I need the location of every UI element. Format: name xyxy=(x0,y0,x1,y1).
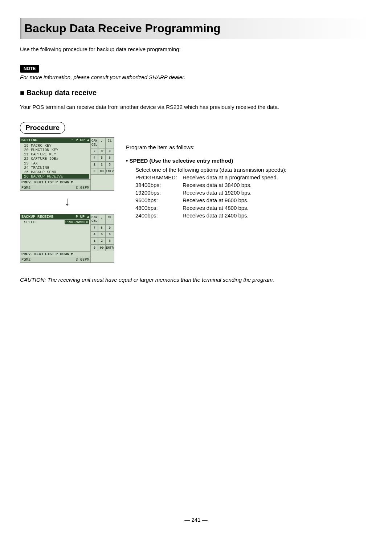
procedure-label: Procedure xyxy=(20,122,65,134)
pos1-status-right: 3:03PM xyxy=(75,186,89,190)
keypad-key: . xyxy=(98,214,105,225)
footer-button: LIST xyxy=(45,180,54,184)
keypad-key: . xyxy=(98,138,105,148)
option-label: PROGRAMMED: xyxy=(135,174,183,181)
keypad-key: 0 xyxy=(91,245,98,251)
footer-button: ▼ xyxy=(71,180,73,184)
pos2-status-right: 3:03PM xyxy=(75,257,89,262)
select-line: Select one of the following options (dat… xyxy=(135,166,372,174)
keypad-key: 3 xyxy=(105,162,114,168)
list-item: 25 BACKUP SEND xyxy=(22,170,89,174)
keypad-key: 3 xyxy=(105,238,114,244)
speed-heading: • SPEED (Use the selective entry method) xyxy=(126,157,372,164)
option-desc: Receives data at 19200 bps. xyxy=(183,189,252,196)
list-item: 19 MACRO KEY xyxy=(22,143,89,148)
keypad-key: 1 xyxy=(91,238,98,244)
pos1-footer: PREV.NEXTLISTP DOWN▼ xyxy=(20,179,90,185)
pos2-list: SPEED PROGRAMMED xyxy=(20,220,90,251)
option-desc: Receives data at 9600 bps. xyxy=(183,196,249,204)
keypad-key: 1 xyxy=(91,162,98,168)
option-desc: Receives data at 4800 bps. xyxy=(183,204,249,212)
option-label: 2400bps: xyxy=(135,212,183,219)
page-number: — 241 — xyxy=(20,516,372,524)
footer-button: NEXT xyxy=(34,180,44,184)
section-heading: Backup data receive xyxy=(20,87,372,98)
keypad-key: 00 xyxy=(98,168,105,175)
pos1-header-right: ↑ P UP ▲ xyxy=(71,138,89,142)
instructions-column: Program the item as follows: • SPEED (Us… xyxy=(126,137,372,219)
list-item: 24 TRAINING xyxy=(22,166,89,170)
note-text: For more information, please consult you… xyxy=(20,73,372,81)
option-desc: Receives data at 38400 bps. xyxy=(183,181,252,189)
keypad-key: 7 xyxy=(91,225,98,231)
pos2-header-right: P UP ▲ xyxy=(75,215,89,219)
speed-option: 4800bps:Receives data at 4800 bps. xyxy=(135,204,372,212)
footer-button: PREV. xyxy=(21,252,33,256)
intro-text: Use the following procedure for backup d… xyxy=(20,45,372,53)
program-item-text: Program the item as follows: xyxy=(126,143,372,151)
keypad-key: 9 xyxy=(105,148,114,155)
speed-options-list: PROGRAMMED:Receives data at a programmed… xyxy=(135,174,372,219)
pos-screen-setting: SETTING ↑ P UP ▲ 19 MACRO KEY 20 FUNCTIO… xyxy=(20,137,114,191)
keypad-key: ENTR xyxy=(105,245,114,251)
keypad-key: 5 xyxy=(98,231,105,238)
pos-screen-backup-receive: BACKUP RECEIVE P UP ▲ SPEED PROGRAMMED P… xyxy=(20,214,114,263)
keypad-key: 2 xyxy=(98,238,105,244)
pos2-line-left: SPEED xyxy=(22,220,36,224)
keypad-key: 4 xyxy=(91,155,98,161)
keypad-key: CAN CEL xyxy=(91,214,98,225)
option-desc: Receives data at a programmed speed. xyxy=(183,174,278,181)
pos2-status-left: PGM2 xyxy=(21,257,30,262)
speed-option: 9600bps:Receives data at 9600 bps. xyxy=(135,196,372,204)
list-item: 21 CAPTURE KEY xyxy=(22,152,89,156)
keypad-key: 8 xyxy=(98,148,105,155)
keypad-key: 8 xyxy=(98,225,105,231)
option-label: 19200bps: xyxy=(135,189,183,196)
pos1-status-left: PGM2 xyxy=(21,186,30,190)
speed-option: 19200bps:Receives data at 19200 bps. xyxy=(135,189,372,196)
speed-option: PROGRAMMED:Receives data at a programmed… xyxy=(135,174,372,181)
screenshots-column: SETTING ↑ P UP ▲ 19 MACRO KEY 20 FUNCTIO… xyxy=(20,137,114,265)
option-label: 4800bps: xyxy=(135,204,183,212)
footer-button: ▼ xyxy=(71,252,73,256)
speed-option: 38400bps:Receives data at 38400 bps. xyxy=(135,181,372,189)
arrow-down-icon: ↓ xyxy=(20,195,114,207)
keypad-key: 9 xyxy=(105,225,114,231)
keypad-key: ENTR xyxy=(105,168,114,175)
keypad-key: CL xyxy=(105,138,114,148)
page-title: Backup Data Receive Programming xyxy=(24,20,368,37)
option-desc: Receives data at 2400 bps. xyxy=(183,212,249,219)
pos2-footer: PREV.NEXTLISTP DOWN▼ xyxy=(20,251,90,257)
list-item: 22 CAPTURE JOB# xyxy=(22,156,89,161)
footer-button: LIST xyxy=(45,252,54,256)
section-body: Your POS terminal can receive data from … xyxy=(20,103,372,111)
keypad-key: 00 xyxy=(98,245,105,251)
pos1-header-left: SETTING xyxy=(21,138,37,142)
keypad-key: CL xyxy=(105,214,114,225)
keypad-key: 2 xyxy=(98,162,105,168)
option-label: 38400bps: xyxy=(135,181,183,189)
footer-button: NEXT xyxy=(34,252,44,256)
footer-button: P DOWN xyxy=(56,252,69,256)
list-item: 20 FUNCTION KEY xyxy=(22,148,89,152)
keypad-key: 7 xyxy=(91,148,98,155)
keypad-key: CAN CEL xyxy=(91,138,98,148)
keypad-key: 6 xyxy=(105,231,114,238)
caution-text: CAUTION: The receiving unit must have eq… xyxy=(20,276,372,284)
keypad-key: 6 xyxy=(105,155,114,161)
keypad-key: 0 xyxy=(91,168,98,175)
pos2-keypad: CAN CEL.CL789456123000ENTR xyxy=(91,214,114,251)
list-item-selected: 26 BACKUP RECEIVE xyxy=(22,174,89,179)
list-item: 23 TAX xyxy=(22,161,89,166)
title-bar: Backup Data Receive Programming xyxy=(20,18,372,39)
speed-option: 2400bps:Receives data at 2400 bps. xyxy=(135,212,372,219)
pos2-header-left: BACKUP RECEIVE xyxy=(21,215,53,219)
pos1-keypad: CAN CEL.CL789456123000ENTR xyxy=(91,138,114,175)
keypad-key: 4 xyxy=(91,231,98,238)
pos2-line-right: PROGRAMMED xyxy=(65,220,89,224)
option-label: 9600bps: xyxy=(135,196,183,204)
keypad-key: 5 xyxy=(98,155,105,161)
note-label: NOTE xyxy=(20,65,39,73)
footer-button: PREV. xyxy=(21,180,33,184)
footer-button: P DOWN xyxy=(56,180,69,184)
